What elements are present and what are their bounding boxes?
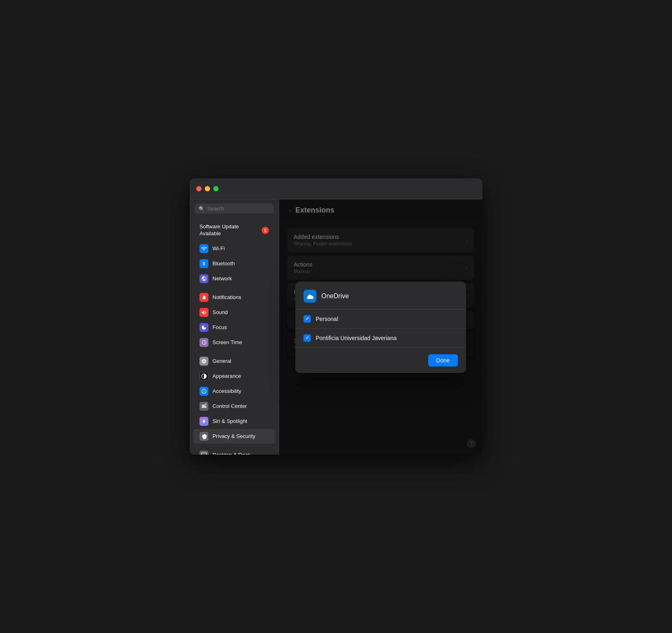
search-container: 🔍	[190, 199, 279, 218]
sidebar-item-sound[interactable]: Sound	[193, 305, 275, 320]
sidebar-item-appearance-label: Appearance	[212, 373, 241, 379]
modal-header: OneDrive	[295, 282, 466, 310]
minimize-button[interactable]	[205, 186, 210, 191]
modal-app-name: OneDrive	[321, 293, 349, 300]
window-content: 🔍 Software Update Available 1	[190, 199, 482, 455]
appearance-icon	[199, 372, 208, 381]
traffic-lights	[196, 186, 219, 191]
personal-label: Personal	[316, 316, 338, 322]
sidebar-item-appearance[interactable]: Appearance	[193, 369, 275, 384]
bluetooth-icon	[199, 259, 208, 268]
onedrive-modal: OneDrive ✓ Personal ✓ Pontificia Univer	[295, 282, 466, 373]
sidebar-item-bluetooth-label: Bluetooth	[212, 260, 235, 267]
controlcenter-icon	[199, 402, 208, 411]
software-update-item[interactable]: Software Update Available 1	[193, 220, 275, 241]
sidebar-item-wifi-label: Wi-Fi	[212, 245, 225, 251]
sidebar-item-general[interactable]: General	[193, 354, 275, 369]
universidad-checkbox[interactable]: ✓	[303, 334, 311, 342]
sidebar-item-controlcenter[interactable]: Control Center	[193, 399, 275, 414]
personal-checkmark: ✓	[306, 316, 309, 321]
sidebar-item-bluetooth[interactable]: Bluetooth	[193, 256, 275, 271]
sidebar-item-focus-label: Focus	[212, 324, 227, 330]
sidebar-item-screentime[interactable]: Screen Time	[193, 335, 275, 350]
modal-overlay: OneDrive ✓ Personal ✓ Pontificia Univer	[279, 199, 482, 455]
titlebar	[190, 178, 482, 199]
wifi-icon	[199, 244, 208, 253]
main-content: ‹ Extensions Added extensions Sharing, F…	[279, 199, 482, 455]
software-update-text: Software Update Available	[199, 223, 239, 237]
sidebar-item-controlcenter-label: Control Center	[212, 403, 247, 409]
desktop-icon	[199, 451, 208, 455]
sidebar-item-network-label: Network	[212, 275, 232, 282]
sidebar-item-sound-label: Sound	[212, 309, 228, 315]
modal-item-universidad[interactable]: ✓ Pontificia Universidad Javeriana	[295, 329, 466, 348]
search-input[interactable]	[207, 206, 270, 212]
search-box[interactable]: 🔍	[195, 204, 274, 214]
accessibility-icon	[199, 387, 208, 396]
sidebar-item-desktop[interactable]: Desktop & Dock	[193, 448, 275, 455]
sidebar-item-accessibility-label: Accessibility	[212, 388, 241, 394]
notifications-icon	[199, 293, 208, 302]
onedrive-app-icon	[303, 290, 316, 303]
sidebar: 🔍 Software Update Available 1	[190, 199, 279, 455]
update-badge: 1	[262, 227, 269, 234]
sidebar-item-network[interactable]: Network	[193, 271, 275, 286]
sidebar-list: Software Update Available 1 Wi-Fi	[190, 218, 279, 455]
divider-1	[190, 286, 279, 290]
system-preferences-window: 🔍 Software Update Available 1	[190, 178, 482, 455]
modal-item-personal[interactable]: ✓ Personal	[295, 310, 466, 329]
universidad-label: Pontificia Universidad Javeriana	[316, 335, 397, 341]
screentime-icon	[199, 338, 208, 347]
network-icon	[199, 274, 208, 283]
search-icon: 🔍	[199, 206, 205, 212]
sidebar-item-accessibility[interactable]: Accessibility	[193, 384, 275, 399]
sidebar-item-desktop-label: Desktop & Dock	[212, 452, 250, 455]
siri-icon	[199, 417, 208, 426]
sidebar-item-general-label: General	[212, 358, 231, 364]
svg-point-3	[203, 421, 206, 422]
sidebar-item-focus[interactable]: Focus	[193, 320, 275, 335]
sidebar-item-privacy[interactable]: Privacy & Security	[193, 429, 275, 444]
sidebar-item-notifications-label: Notifications	[212, 294, 241, 300]
sidebar-item-wifi[interactable]: Wi-Fi	[193, 241, 275, 256]
focus-icon	[199, 323, 208, 332]
privacy-icon	[199, 432, 208, 441]
close-button[interactable]	[196, 186, 202, 191]
sidebar-item-siri-label: Siri & Spotlight	[212, 418, 247, 424]
sidebar-item-siri[interactable]: Siri & Spotlight	[193, 414, 275, 429]
sound-icon	[199, 308, 208, 317]
divider-3	[190, 444, 279, 447]
divider-2	[190, 350, 279, 353]
done-button[interactable]: Done	[428, 354, 458, 366]
sidebar-item-screentime-label: Screen Time	[212, 339, 242, 345]
modal-footer: Done	[295, 348, 466, 373]
maximize-button[interactable]	[213, 186, 219, 191]
universidad-checkmark: ✓	[306, 335, 309, 340]
personal-checkbox[interactable]: ✓	[303, 315, 311, 323]
sidebar-item-notifications[interactable]: Notifications	[193, 290, 275, 305]
general-icon	[199, 357, 208, 366]
sidebar-item-privacy-label: Privacy & Security	[212, 433, 255, 439]
